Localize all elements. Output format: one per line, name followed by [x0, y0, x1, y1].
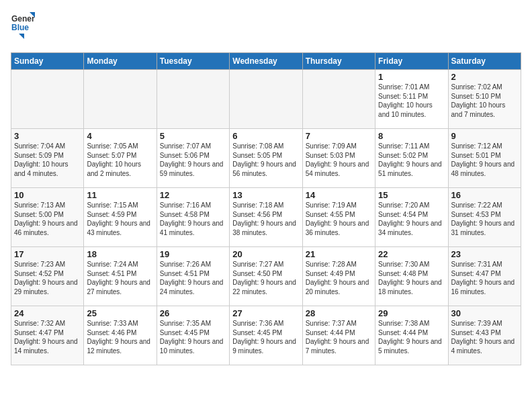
calendar-cell: 4Sunrise: 7:05 AM Sunset: 5:07 PM Daylig…	[84, 129, 157, 188]
calendar-cell: 29Sunrise: 7:38 AM Sunset: 4:44 PM Dayli…	[375, 306, 448, 365]
day-number: 29	[378, 308, 445, 318]
day-info: Sunrise: 7:07 AM Sunset: 5:06 PM Dayligh…	[160, 142, 226, 178]
calendar-cell: 12Sunrise: 7:16 AM Sunset: 4:58 PM Dayli…	[157, 188, 229, 247]
calendar-cell: 26Sunrise: 7:35 AM Sunset: 4:45 PM Dayli…	[157, 306, 229, 365]
day-info: Sunrise: 7:37 AM Sunset: 4:44 PM Dayligh…	[306, 319, 372, 355]
calendar-cell: 27Sunrise: 7:36 AM Sunset: 4:45 PM Dayli…	[230, 306, 302, 365]
day-info: Sunrise: 7:38 AM Sunset: 4:44 PM Dayligh…	[378, 319, 445, 355]
calendar-cell: 21Sunrise: 7:28 AM Sunset: 4:49 PM Dayli…	[302, 247, 375, 306]
calendar-cell: 19Sunrise: 7:26 AM Sunset: 4:51 PM Dayli…	[157, 247, 229, 306]
day-header-tuesday: Tuesday	[157, 53, 229, 70]
calendar-week-4: 17Sunrise: 7:23 AM Sunset: 4:52 PM Dayli…	[11, 247, 521, 306]
day-info: Sunrise: 7:28 AM Sunset: 4:49 PM Dayligh…	[306, 260, 372, 296]
day-number: 2	[451, 72, 518, 82]
day-header-thursday: Thursday	[302, 53, 375, 70]
day-number: 5	[160, 131, 226, 141]
calendar-cell: 13Sunrise: 7:18 AM Sunset: 4:56 PM Dayli…	[230, 188, 302, 247]
day-info: Sunrise: 7:12 AM Sunset: 5:01 PM Dayligh…	[451, 142, 518, 178]
day-number: 25	[87, 308, 153, 318]
calendar-cell	[302, 70, 375, 129]
day-number: 21	[306, 249, 372, 259]
calendar-table: SundayMondayTuesdayWednesdayThursdayFrid…	[11, 52, 521, 365]
day-header-friday: Friday	[375, 53, 448, 70]
calendar-week-3: 10Sunrise: 7:13 AM Sunset: 5:00 PM Dayli…	[11, 188, 521, 247]
day-number: 15	[378, 190, 445, 200]
day-number: 20	[232, 249, 299, 259]
calendar-header-row: SundayMondayTuesdayWednesdayThursdayFrid…	[11, 53, 521, 70]
calendar-cell: 5Sunrise: 7:07 AM Sunset: 5:06 PM Daylig…	[157, 129, 229, 188]
day-info: Sunrise: 7:18 AM Sunset: 4:56 PM Dayligh…	[232, 201, 299, 237]
calendar-cell	[11, 70, 84, 129]
day-number: 28	[306, 308, 372, 318]
day-header-saturday: Saturday	[448, 53, 521, 70]
calendar-cell: 7Sunrise: 7:09 AM Sunset: 5:03 PM Daylig…	[302, 129, 375, 188]
day-info: Sunrise: 7:36 AM Sunset: 4:45 PM Dayligh…	[232, 319, 299, 355]
day-number: 11	[87, 190, 153, 200]
day-number: 24	[14, 308, 81, 318]
day-info: Sunrise: 7:30 AM Sunset: 4:48 PM Dayligh…	[378, 260, 445, 296]
calendar-week-2: 3Sunrise: 7:04 AM Sunset: 5:09 PM Daylig…	[11, 129, 521, 188]
day-number: 9	[451, 131, 518, 141]
logo: General Blue	[11, 11, 35, 44]
day-info: Sunrise: 7:31 AM Sunset: 4:47 PM Dayligh…	[451, 260, 518, 296]
day-info: Sunrise: 7:02 AM Sunset: 5:10 PM Dayligh…	[451, 83, 518, 119]
calendar-cell: 11Sunrise: 7:15 AM Sunset: 4:59 PM Dayli…	[84, 188, 157, 247]
day-info: Sunrise: 7:33 AM Sunset: 4:46 PM Dayligh…	[87, 319, 153, 355]
calendar-cell: 10Sunrise: 7:13 AM Sunset: 5:00 PM Dayli…	[11, 188, 84, 247]
day-number: 17	[14, 249, 81, 259]
calendar-cell	[84, 70, 157, 129]
day-info: Sunrise: 7:26 AM Sunset: 4:51 PM Dayligh…	[160, 260, 226, 296]
calendar-cell: 18Sunrise: 7:24 AM Sunset: 4:51 PM Dayli…	[84, 247, 157, 306]
day-header-wednesday: Wednesday	[230, 53, 302, 70]
day-info: Sunrise: 7:22 AM Sunset: 4:53 PM Dayligh…	[451, 201, 518, 237]
day-number: 23	[451, 249, 518, 259]
calendar-cell: 20Sunrise: 7:27 AM Sunset: 4:50 PM Dayli…	[230, 247, 302, 306]
day-number: 30	[451, 308, 518, 318]
day-number: 13	[232, 190, 299, 200]
day-number: 1	[378, 72, 445, 82]
day-number: 16	[451, 190, 518, 200]
day-info: Sunrise: 7:16 AM Sunset: 4:58 PM Dayligh…	[160, 201, 226, 237]
calendar-cell: 6Sunrise: 7:08 AM Sunset: 5:05 PM Daylig…	[230, 129, 302, 188]
calendar-cell: 28Sunrise: 7:37 AM Sunset: 4:44 PM Dayli…	[302, 306, 375, 365]
header: General Blue	[11, 11, 521, 44]
day-info: Sunrise: 7:23 AM Sunset: 4:52 PM Dayligh…	[14, 260, 81, 296]
day-number: 14	[306, 190, 372, 200]
calendar-cell: 25Sunrise: 7:33 AM Sunset: 4:46 PM Dayli…	[84, 306, 157, 365]
day-info: Sunrise: 7:04 AM Sunset: 5:09 PM Dayligh…	[14, 142, 81, 178]
calendar-cell: 23Sunrise: 7:31 AM Sunset: 4:47 PM Dayli…	[448, 247, 521, 306]
day-info: Sunrise: 7:24 AM Sunset: 4:51 PM Dayligh…	[87, 260, 153, 296]
day-number: 12	[160, 190, 226, 200]
day-number: 10	[14, 190, 81, 200]
day-info: Sunrise: 7:05 AM Sunset: 5:07 PM Dayligh…	[87, 142, 153, 178]
calendar-cell: 3Sunrise: 7:04 AM Sunset: 5:09 PM Daylig…	[11, 129, 84, 188]
day-info: Sunrise: 7:35 AM Sunset: 4:45 PM Dayligh…	[160, 319, 226, 355]
calendar-cell	[230, 70, 302, 129]
calendar-week-5: 24Sunrise: 7:32 AM Sunset: 4:47 PM Dayli…	[11, 306, 521, 365]
day-number: 27	[232, 308, 299, 318]
calendar-cell: 22Sunrise: 7:30 AM Sunset: 4:48 PM Dayli…	[375, 247, 448, 306]
calendar-cell: 14Sunrise: 7:19 AM Sunset: 4:55 PM Dayli…	[302, 188, 375, 247]
day-info: Sunrise: 7:15 AM Sunset: 4:59 PM Dayligh…	[87, 201, 153, 237]
day-info: Sunrise: 7:08 AM Sunset: 5:05 PM Dayligh…	[232, 142, 299, 178]
day-info: Sunrise: 7:27 AM Sunset: 4:50 PM Dayligh…	[232, 260, 299, 296]
day-info: Sunrise: 7:09 AM Sunset: 5:03 PM Dayligh…	[306, 142, 372, 178]
calendar-cell: 9Sunrise: 7:12 AM Sunset: 5:01 PM Daylig…	[448, 129, 521, 188]
svg-text:General: General	[11, 14, 35, 24]
calendar-cell: 15Sunrise: 7:20 AM Sunset: 4:54 PM Dayli…	[375, 188, 448, 247]
calendar-cell: 2Sunrise: 7:02 AM Sunset: 5:10 PM Daylig…	[448, 70, 521, 129]
day-number: 19	[160, 249, 226, 259]
day-info: Sunrise: 7:19 AM Sunset: 4:55 PM Dayligh…	[306, 201, 372, 237]
day-number: 22	[378, 249, 445, 259]
day-info: Sunrise: 7:39 AM Sunset: 4:43 PM Dayligh…	[451, 319, 518, 355]
day-info: Sunrise: 7:01 AM Sunset: 5:11 PM Dayligh…	[378, 83, 445, 119]
day-number: 3	[14, 131, 81, 141]
svg-text:Blue: Blue	[11, 23, 29, 32]
day-info: Sunrise: 7:11 AM Sunset: 5:02 PM Dayligh…	[378, 142, 445, 178]
calendar-cell: 17Sunrise: 7:23 AM Sunset: 4:52 PM Dayli…	[11, 247, 84, 306]
calendar-cell: 8Sunrise: 7:11 AM Sunset: 5:02 PM Daylig…	[375, 129, 448, 188]
day-number: 18	[87, 249, 153, 259]
day-info: Sunrise: 7:13 AM Sunset: 5:00 PM Dayligh…	[14, 201, 81, 237]
day-number: 26	[160, 308, 226, 318]
day-header-monday: Monday	[84, 53, 157, 70]
